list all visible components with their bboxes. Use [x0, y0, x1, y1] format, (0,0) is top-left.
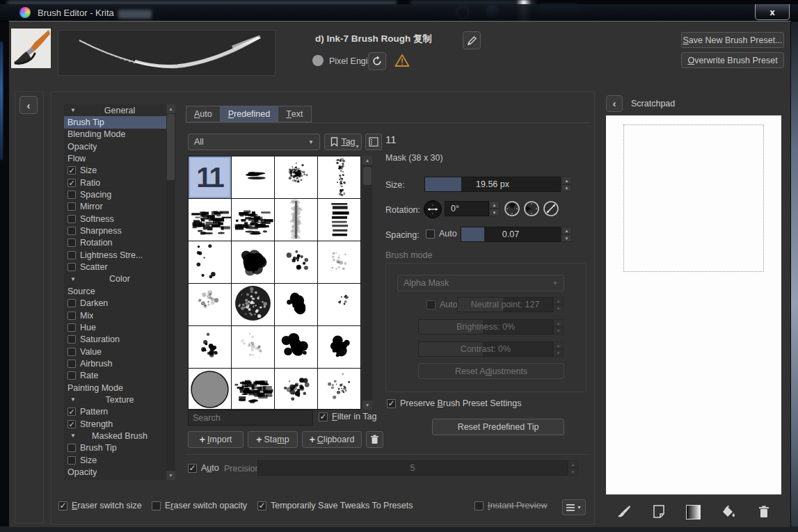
option-brush-tip[interactable]: Brush Tip: [64, 116, 175, 128]
option-checkbox[interactable]: ✓: [67, 335, 76, 344]
option-checkbox[interactable]: ✓: [67, 312, 76, 320]
search-input[interactable]: [188, 410, 313, 426]
brush-tip-sparse-8[interactable]: [189, 241, 231, 283]
option-airbrush[interactable]: ✓Airbrush: [64, 357, 175, 369]
option-flow[interactable]: Flow: [64, 152, 175, 164]
option-sharpness[interactable]: ✓Sharpness: [64, 225, 175, 236]
options-section-texture[interactable]: ▼Texture: [64, 394, 175, 405]
brush-tip-splat-22[interactable]: [275, 369, 317, 410]
brush-tip-smudge-1[interactable]: [232, 156, 274, 198]
option-checkbox[interactable]: ✓: [67, 456, 76, 465]
brush-tip-graycircle-20[interactable]: [189, 369, 231, 410]
option-opacity[interactable]: Opacity: [64, 466, 175, 478]
scratchpad-canvas[interactable]: [606, 115, 781, 494]
brush-tip-faint-17[interactable]: [232, 326, 274, 368]
grid-scrollbar[interactable]: ▲ ▼: [362, 156, 372, 410]
option-scatter[interactable]: ✓Scatter: [64, 261, 175, 273]
option-pattern[interactable]: ✓Pattern: [64, 406, 175, 418]
scroll-up-icon[interactable]: ▲: [166, 104, 175, 113]
option-checkbox[interactable]: ✓: [67, 179, 76, 187]
instant-preview-checkbox[interactable]: ✓: [474, 501, 484, 510]
option-strength[interactable]: ✓Strength: [64, 418, 175, 430]
brush-tip-smallmarks-15[interactable]: [318, 284, 360, 325]
scroll-up-icon[interactable]: ▲: [362, 156, 372, 165]
spacing-auto[interactable]: ✓ Auto: [426, 229, 457, 239]
reset-predefined-tip-button[interactable]: Reset Predefined Tip: [432, 419, 564, 435]
stamp-button[interactable]: +Stamp: [248, 431, 298, 448]
option-blending-mode[interactable]: Blending Mode: [64, 129, 175, 140]
brush-tip-bigdots-18[interactable]: [275, 326, 317, 368]
brush-tip-rough-21[interactable]: [232, 369, 274, 410]
size-slider[interactable]: 19.56 px: [424, 177, 561, 192]
option-painting-mode[interactable]: Painting Mode: [64, 382, 175, 394]
spacing-slider[interactable]: 0.07: [461, 227, 561, 242]
option-hue[interactable]: ✓Hue: [64, 321, 175, 333]
option-value[interactable]: ✓Value: [64, 346, 175, 357]
fill-color-button[interactable]: [719, 503, 737, 521]
reload-engine-button[interactable]: [368, 52, 386, 70]
import-button[interactable]: +Import: [188, 431, 244, 448]
brush-tip-texcircle-13[interactable]: [232, 284, 274, 325]
eraser-switch-opacity[interactable]: ✓ Eraser switch opacity: [152, 501, 247, 510]
spacing-spinner[interactable]: ▲▼: [561, 227, 572, 242]
spacing-auto-checkbox[interactable]: ✓: [426, 229, 435, 239]
option-checkbox[interactable]: ✓: [67, 420, 76, 428]
option-opacity[interactable]: Opacity: [64, 140, 175, 152]
option-spacing[interactable]: ✓Spacing: [64, 188, 175, 200]
display-settings-button[interactable]: [365, 134, 382, 150]
option-flow[interactable]: Flow: [64, 478, 175, 480]
option-checkbox[interactable]: ✓: [67, 371, 76, 380]
eraser-switch-opacity-checkbox[interactable]: ✓: [152, 501, 161, 510]
new-page-button[interactable]: [650, 503, 668, 521]
option-lightness-stre[interactable]: ✓Lightness Stre...: [64, 249, 175, 261]
filter-in-tag-checkbox[interactable]: ✓: [319, 412, 328, 421]
brush-tip-faint-11[interactable]: [318, 241, 360, 283]
tab-auto[interactable]: Auto: [186, 106, 221, 122]
brush-tip-middots-10[interactable]: [275, 241, 317, 283]
preserve-preset-settings[interactable]: ✓ Preserve Brush Preset Settings: [387, 398, 521, 408]
clear-scratchpad-button[interactable]: [755, 503, 773, 521]
rotation-spinner[interactable]: ▲▼: [489, 201, 500, 216]
rotation-random-button[interactable]: [543, 200, 559, 219]
edit-preset-button[interactable]: [463, 31, 481, 49]
preserve-checkbox[interactable]: ✓: [387, 399, 396, 408]
option-checkbox[interactable]: ✓: [67, 299, 76, 307]
brush-tip-bigdots-19[interactable]: [318, 326, 360, 368]
option-checkbox[interactable]: ✓: [67, 191, 76, 199]
options-section-general[interactable]: ▼General: [64, 104, 175, 116]
instant-preview[interactable]: ✓ Instant Preview: [474, 501, 547, 510]
clipboard-button[interactable]: +Clipboard: [302, 431, 362, 448]
brush-tip-lightdots-12[interactable]: [189, 284, 231, 325]
option-size[interactable]: ✓Size: [64, 165, 175, 177]
rotation-spinbox[interactable]: 0°: [445, 201, 489, 216]
gradient-fill-button[interactable]: [685, 503, 703, 521]
option-mix[interactable]: ✓Mix: [64, 309, 175, 321]
save-new-preset-button[interactable]: Save New Brush Preset...: [681, 32, 784, 48]
paint-brush-button[interactable]: [614, 503, 632, 521]
option-brush-tip[interactable]: ✓Brush Tip: [64, 442, 175, 454]
rotation-dial[interactable]: [424, 200, 442, 218]
option-rate[interactable]: ✓Rate: [64, 370, 175, 382]
brush-tip-splatsparse-23[interactable]: [318, 369, 360, 410]
brush-tip-vscatter-3[interactable]: [318, 156, 360, 198]
option-saturation[interactable]: ✓Saturation: [64, 334, 175, 346]
detach-menu-button[interactable]: ▼: [562, 499, 586, 515]
option-ratio[interactable]: ✓Ratio: [64, 177, 175, 188]
option-size[interactable]: ✓Size: [64, 454, 175, 466]
tab-text[interactable]: Text: [278, 106, 311, 122]
option-mirror[interactable]: ✓Mirror: [64, 201, 175, 213]
tag-filter-dropdown[interactable]: All ▼: [188, 134, 320, 150]
close-button[interactable]: x: [755, 4, 790, 20]
size-spinner[interactable]: ▲▼: [561, 177, 572, 192]
save-tweaks-checkbox[interactable]: ✓: [257, 501, 266, 510]
option-rotation[interactable]: ✓Rotation: [64, 237, 175, 249]
rotation-clock-button[interactable]: [504, 200, 520, 219]
brush-tip-barcode-7[interactable]: [318, 199, 360, 241]
overwrite-preset-button[interactable]: Overwrite Brush Preset: [681, 52, 784, 68]
brush-tip-blob-9[interactable]: [232, 241, 274, 283]
option-checkbox[interactable]: ✓: [67, 227, 76, 235]
brush-tip-cloud-2[interactable]: [275, 156, 317, 198]
options-section-color[interactable]: ▼Color: [64, 273, 175, 285]
rotation-counter-button[interactable]: [523, 200, 540, 219]
tag-button[interactable]: Tag ▼: [324, 134, 362, 150]
